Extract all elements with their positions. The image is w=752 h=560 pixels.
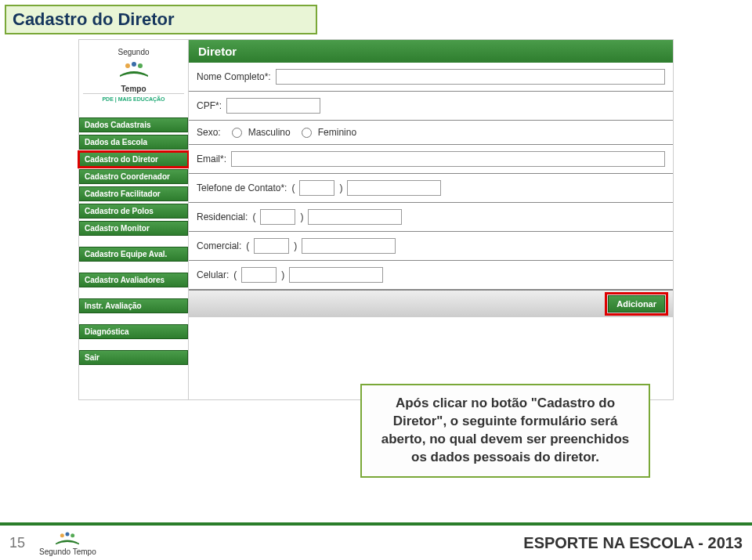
paren-open: ( bbox=[252, 211, 255, 222]
form-footer: Adicionar bbox=[189, 290, 673, 317]
nav-item[interactable]: Dados da Escola bbox=[79, 135, 188, 150]
svg-point-4 bbox=[66, 532, 70, 536]
footer-left: 15 Segundo Tempo bbox=[9, 530, 96, 556]
label-email: Email*: bbox=[197, 154, 226, 164]
nav-group: Instr. Avaliação bbox=[79, 298, 188, 313]
svg-point-1 bbox=[132, 62, 136, 67]
radio-masculino[interactable] bbox=[232, 128, 242, 138]
paren-open: ( bbox=[233, 269, 237, 280]
nav-group: Sair bbox=[79, 350, 188, 365]
label-feminino: Feminino bbox=[318, 127, 356, 138]
nav-item[interactable]: Instr. Avaliação bbox=[79, 298, 188, 313]
nav-group: Diagnóstica bbox=[79, 324, 188, 339]
nav-item[interactable]: Dados Cadastrais bbox=[79, 117, 188, 132]
label-comercial: Comercial: bbox=[197, 240, 241, 251]
row-sexo: Sexo: Masculino Feminino bbox=[189, 121, 673, 145]
page-number: 15 bbox=[9, 535, 25, 551]
label-residencial: Residencial: bbox=[197, 211, 248, 222]
slide-footer: 15 Segundo Tempo ESPORTE NA ESCOLA - 201… bbox=[0, 522, 752, 560]
paren-close: ) bbox=[294, 240, 297, 251]
nav-item[interactable]: Cadastro Avaliadores bbox=[79, 273, 188, 287]
slide-title: Cadastro do Diretor bbox=[13, 9, 175, 29]
label-cpf: CPF*: bbox=[197, 100, 222, 111]
input-comercial-num[interactable] bbox=[302, 238, 396, 254]
nav-item[interactable]: Cadastro Coordenador bbox=[79, 169, 188, 184]
label-nome: Nome Completo*: bbox=[197, 71, 271, 82]
footer-right-text: ESPORTE NA ESCOLA - 2013 bbox=[523, 534, 743, 552]
input-telefone-ddd[interactable] bbox=[299, 180, 334, 196]
paren-open: ( bbox=[246, 240, 249, 251]
nav-group: Cadastro Equipe Aval. bbox=[79, 247, 188, 262]
row-comercial: Comercial: ( ) bbox=[189, 232, 673, 261]
label-celular: Celular: bbox=[197, 269, 229, 280]
input-comercial-ddd[interactable] bbox=[254, 238, 289, 254]
input-telefone-num[interactable] bbox=[347, 180, 441, 196]
program-logo: Segundo Tempo PDE | MAIS EDUCAÇÃO bbox=[79, 40, 188, 117]
label-sexo: Sexo: bbox=[197, 127, 221, 138]
logo-line1: Segundo bbox=[118, 48, 149, 56]
input-email[interactable] bbox=[231, 151, 665, 167]
nav-item[interactable]: Cadastro Equipe Aval. bbox=[79, 247, 188, 262]
book-people-icon bbox=[118, 60, 150, 78]
label-telefone: Telefone de Contato*: bbox=[197, 182, 287, 193]
row-residencial: Residencial: ( ) bbox=[189, 203, 673, 232]
nav-group: Dados CadastraisDados da EscolaCadastro … bbox=[79, 117, 188, 236]
nav-item[interactable]: Sair bbox=[79, 350, 188, 365]
input-cpf[interactable] bbox=[226, 98, 320, 114]
row-telefone: Telefone de Contato*: ( ) bbox=[189, 174, 673, 203]
row-celular: Celular: ( ) bbox=[189, 261, 673, 290]
svg-point-2 bbox=[138, 63, 143, 68]
nav-item[interactable]: Cadastro Monitor bbox=[79, 221, 188, 236]
paren-close: ) bbox=[300, 211, 303, 222]
footer-logo-text2: Tempo bbox=[73, 547, 96, 556]
paren-close: ) bbox=[281, 269, 284, 280]
input-residencial-num[interactable] bbox=[308, 209, 402, 225]
row-cpf: CPF*: bbox=[189, 92, 673, 121]
nav-item[interactable]: Cadastro de Polos bbox=[79, 204, 188, 219]
nav-item[interactable]: Diagnóstica bbox=[79, 324, 188, 339]
svg-point-3 bbox=[60, 533, 64, 537]
sidebar: Segundo Tempo PDE | MAIS EDUCAÇÃO Dados … bbox=[79, 40, 189, 399]
paren-close: ) bbox=[339, 182, 342, 193]
app-container: Segundo Tempo PDE | MAIS EDUCAÇÃO Dados … bbox=[78, 39, 674, 400]
logo-line2: Tempo bbox=[121, 85, 146, 93]
input-nome[interactable] bbox=[276, 69, 665, 85]
form-body: Nome Completo*: CPF*: Sexo: Masculino Fe… bbox=[189, 63, 673, 290]
form-title: Diretor bbox=[189, 40, 673, 63]
nav-item[interactable]: Cadastro Facilitador bbox=[79, 186, 188, 201]
callout-text: Após clicar no botão "Cadastro do Direto… bbox=[373, 395, 638, 467]
nav-group: Cadastro Avaliadores bbox=[79, 273, 188, 287]
form-panel: Diretor Nome Completo*: CPF*: Sexo: Masc… bbox=[189, 40, 673, 399]
footer-logo: Segundo Tempo bbox=[39, 530, 96, 556]
radio-feminino[interactable] bbox=[302, 128, 312, 138]
instruction-callout: Após clicar no botão "Cadastro do Direto… bbox=[360, 384, 650, 478]
input-celular-ddd[interactable] bbox=[241, 267, 277, 283]
slide-title-box: Cadastro do Diretor bbox=[5, 5, 317, 34]
svg-point-0 bbox=[125, 63, 130, 68]
svg-point-5 bbox=[71, 533, 75, 537]
input-residencial-ddd[interactable] bbox=[260, 209, 295, 225]
row-email: Email*: bbox=[189, 145, 673, 174]
add-button[interactable]: Adicionar bbox=[608, 295, 665, 313]
label-masculino: Masculino bbox=[248, 127, 291, 138]
paren-open: ( bbox=[291, 182, 295, 193]
logo-subtitle: PDE | MAIS EDUCAÇÃO bbox=[83, 93, 184, 102]
book-people-icon bbox=[54, 530, 81, 546]
row-nome: Nome Completo*: bbox=[189, 63, 673, 92]
nav-item[interactable]: Cadastro do Diretor bbox=[79, 152, 188, 167]
footer-logo-text1: Segundo bbox=[39, 547, 70, 556]
input-celular-num[interactable] bbox=[289, 267, 383, 283]
